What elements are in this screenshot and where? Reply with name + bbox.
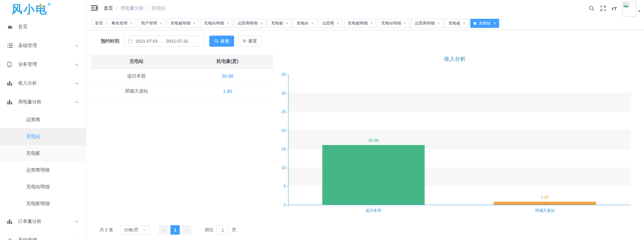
avatar[interactable] xyxy=(622,2,636,16)
y-axis-tick-mark xyxy=(287,131,288,131)
next-page-button[interactable]: › xyxy=(182,225,192,235)
sidebar-subitem-运营商明细[interactable]: 运营商明细 xyxy=(0,162,86,179)
chart-title: 收入分析 xyxy=(428,56,482,63)
tab-close-icon[interactable]: × xyxy=(337,21,339,26)
goto-label: 前往 xyxy=(205,227,213,233)
search-button-label: 搜索 xyxy=(220,38,229,44)
sidebar-item-base-mgmt[interactable]: 基础管理 xyxy=(0,36,86,55)
tab-label: 角色管理 xyxy=(111,20,127,26)
y-axis-tick-mark xyxy=(287,186,288,187)
y-axis-tick-label: 20 xyxy=(275,128,286,133)
page-content: 预约时间 2021-07-01 - 2021-07-31 xyxy=(87,30,644,240)
tab-close-icon[interactable]: × xyxy=(193,21,196,26)
search-button[interactable]: 搜索 xyxy=(209,36,234,47)
sidebar-item-label: 用电量分析 xyxy=(18,99,42,105)
sidebar-item-label: 订单量分析 xyxy=(18,219,42,225)
tab-close-icon[interactable]: × xyxy=(311,21,314,26)
bar-邓城大道站[interactable] xyxy=(494,202,596,205)
calendar-icon xyxy=(128,39,132,44)
app-logo[interactable]: 风小电® xyxy=(0,0,86,17)
tab-close-icon[interactable]: × xyxy=(227,21,229,26)
page-size-select[interactable]: 10条/页 xyxy=(120,225,150,235)
table-column-header: 充电站 xyxy=(91,55,182,68)
tab-close-icon[interactable]: × xyxy=(493,21,496,26)
sidebar-subitem-label: 充电桩 xyxy=(26,150,40,156)
y-axis-tick-mark xyxy=(287,149,288,149)
tab-角色管理[interactable]: 角色管理× xyxy=(108,19,136,28)
tab-close-icon[interactable]: × xyxy=(437,21,440,26)
y-axis-tick-label: 15 xyxy=(275,147,286,151)
fullscreen-icon[interactable] xyxy=(600,5,606,11)
lightning-icon xyxy=(39,3,43,10)
tab-充电桩明细[interactable]: 充电桩明细× xyxy=(167,19,199,28)
tab-用户管理[interactable]: 用户管理× xyxy=(138,19,165,28)
sidebar-item-home[interactable]: 首页 xyxy=(0,17,86,36)
chevron-down-icon xyxy=(75,221,78,223)
bar-chart-icon xyxy=(7,99,13,105)
bar-追日本部[interactable] xyxy=(322,145,425,205)
date-range-input[interactable]: 2021-07-01 - 2021-07-31 xyxy=(124,36,204,47)
consumption-value-link[interactable]: 30.98 xyxy=(182,68,273,84)
breadcrumb-item[interactable]: 首页 xyxy=(104,5,113,11)
sidebar-subitem-label: 充电站 xyxy=(26,134,40,140)
sidebar-item-label: 收入分析 xyxy=(18,80,37,86)
tab-运营商明细[interactable]: 运营商明细× xyxy=(411,19,443,28)
sidebar-item-biz-mgmt[interactable]: 业务管理 xyxy=(0,55,86,74)
sidebar-subitem-运营商[interactable]: 运营商 xyxy=(0,111,86,128)
tab-close-icon[interactable]: × xyxy=(160,21,162,26)
sidebar-subitem-充电桩明细[interactable]: 充电桩明细 xyxy=(0,195,86,212)
tab-close-icon[interactable]: × xyxy=(130,21,132,26)
tab-label: 充电站 xyxy=(479,20,491,26)
tab-充电桩[interactable]: 充电桩× xyxy=(445,19,469,28)
tab-close-icon[interactable]: × xyxy=(404,21,406,26)
page-size-value: 10条/页 xyxy=(124,227,139,233)
sidebar-item-order-analysis[interactable]: 订单量分析 xyxy=(0,212,86,231)
sidebar-toggle-icon[interactable] xyxy=(91,5,98,12)
sidebar-subitem-充电桩[interactable]: 充电桩 xyxy=(0,145,86,162)
tab-运营商[interactable]: 运营商× xyxy=(319,19,342,28)
table-body: 追日本部30.98邓城大道站1.80 xyxy=(91,68,273,99)
tab-label: 运营商明细 xyxy=(237,20,258,26)
sidebar-subitem-充电站[interactable]: 充电站 xyxy=(0,128,86,145)
bar-chart-icon xyxy=(7,219,13,224)
sidebar-item-system-mgmt[interactable]: 系统管理 xyxy=(0,231,86,240)
goto-unit: 页 xyxy=(232,227,236,233)
tab-close-icon[interactable]: × xyxy=(260,21,263,26)
tab-close-icon[interactable]: × xyxy=(370,21,373,26)
table-row: 追日本部30.98 xyxy=(91,68,273,84)
consumption-value-link[interactable]: 1.80 xyxy=(182,84,273,99)
x-axis-category-label: 追日本部 xyxy=(366,208,382,213)
station-cell: 追日本部 xyxy=(91,68,182,84)
tab-充电桩[interactable]: 充电桩× xyxy=(268,19,291,28)
tab-label: 充电桩 xyxy=(271,20,283,26)
breadcrumb: 首页/用电量分析/充电站 xyxy=(104,5,165,11)
tab-首页[interactable]: 首页 xyxy=(92,19,106,28)
sidebar-subitem-label: 运营商明细 xyxy=(26,167,50,173)
reset-button[interactable]: ↻ 重置 xyxy=(238,36,262,47)
sidebar-item-power-analysis[interactable]: 用电量分析 xyxy=(0,93,86,111)
tab-充电站[interactable]: 充电站× xyxy=(293,19,317,28)
tab-充电站-active[interactable]: 充电站× xyxy=(470,19,499,28)
sidebar-item-label: 业务管理 xyxy=(18,61,37,67)
tab-bar: 首页角色管理×用户管理×充电桩明细×充电站明细×运营商明细×充电桩×充电站×运营… xyxy=(87,17,644,30)
tab-充电站明细[interactable]: 充电站明细× xyxy=(378,19,410,28)
font-size-icon[interactable]: тT xyxy=(611,6,617,11)
tab-close-icon[interactable]: × xyxy=(463,21,465,26)
mobile-icon xyxy=(7,62,13,67)
search-icon[interactable] xyxy=(589,5,595,11)
prev-page-button[interactable]: ‹ xyxy=(159,225,168,235)
y-axis-tick-label: 0 xyxy=(275,203,286,207)
tab-充电站明细[interactable]: 充电站明细× xyxy=(201,19,232,28)
caret-down-icon[interactable]: ▼ xyxy=(638,9,641,13)
bar-chart: 0510152025303530.98追日本部1.80邓城大道站 xyxy=(288,75,631,205)
table-row: 邓城大道站1.80 xyxy=(91,84,273,99)
tab-充电桩明细[interactable]: 充电桩明细× xyxy=(344,19,376,28)
tab-运营商明细[interactable]: 运营商明细× xyxy=(234,19,266,28)
tab-close-icon[interactable]: × xyxy=(286,21,288,26)
goto-page-input[interactable] xyxy=(216,225,229,235)
y-axis-tick-label: 35 xyxy=(275,72,286,77)
sidebar-subitem-充电站明细[interactable]: 充电站明细 xyxy=(0,179,86,195)
sidebar-item-income-analysis[interactable]: 收入分析 xyxy=(0,74,86,93)
page-number-button[interactable]: 1 xyxy=(170,225,180,235)
main-area: 首页/用电量分析/充电站 тT xyxy=(87,0,644,240)
